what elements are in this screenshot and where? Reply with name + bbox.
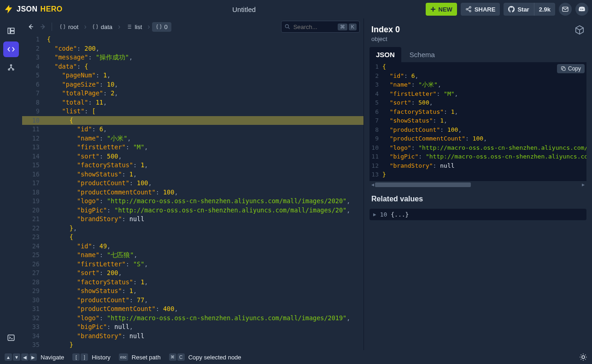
star-count: 2.9k — [534, 6, 555, 13]
breadcrumb-list[interactable]: list — [122, 22, 146, 32]
header-actions: NEW SHARE Star 2.9k — [426, 3, 588, 16]
terminal-icon — [7, 334, 15, 342]
svg-point-7 — [11, 65, 12, 66]
main-body: root›data›list›0 ⌘K 1{2 "code": 200,3 "m… — [0, 18, 592, 350]
key-right-icon: ▶ — [29, 353, 37, 361]
breadcrumb-root[interactable]: root — [56, 22, 82, 32]
theme-toggle-button[interactable] — [579, 353, 587, 361]
new-label: NEW — [439, 6, 452, 13]
search-shortcut: ⌘K — [338, 23, 357, 30]
key-down-icon: ▼ — [13, 353, 20, 361]
footer-navigate: ▲ ▼ ◀ ▶ Navigate — [5, 353, 64, 361]
email-button[interactable] — [559, 3, 572, 16]
svg-point-11 — [285, 24, 288, 28]
nav-forward-button[interactable] — [39, 22, 48, 31]
panel-tabs: JSON Schema — [364, 47, 592, 62]
right-panel: Index 0 object JSON Schema Copy 1{2 "id"… — [363, 18, 592, 350]
breadcrumb-0[interactable]: 0 — [152, 22, 171, 32]
logo-json: JSON — [17, 5, 38, 13]
cube-icon — [574, 25, 585, 35]
logo-icon — [4, 4, 14, 14]
copy-icon — [561, 66, 566, 71]
related-value-row[interactable]: ▶ 10 {...} — [369, 209, 586, 220]
footer: ▲ ▼ ◀ ▶ Navigate [ ] History esc Reset p… — [0, 350, 592, 364]
svg-point-8 — [8, 69, 10, 70]
search-input[interactable] — [293, 23, 335, 30]
panel-header: Index 0 object — [364, 18, 592, 47]
related-preview: {...} — [391, 211, 409, 218]
footer-history-label: History — [92, 354, 110, 361]
tree-icon — [7, 64, 15, 72]
footer-copy: ⌘ C Copy selected node — [169, 353, 241, 361]
svg-point-0 — [469, 6, 471, 8]
key-cmd-icon: ⌘ — [169, 353, 176, 361]
discord-button[interactable] — [575, 3, 588, 16]
share-label: SHARE — [475, 6, 496, 13]
toolbar: root›data›list›0 ⌘K — [22, 18, 363, 35]
footer-copy-label: Copy selected node — [188, 354, 241, 361]
new-button[interactable]: NEW — [426, 3, 457, 16]
breadcrumb-data[interactable]: data — [88, 22, 116, 32]
app-header: JSONHERO Untitled NEW SHARE Star 2.9k — [0, 0, 592, 18]
app-logo[interactable]: JSONHERO — [4, 4, 63, 14]
share-icon — [465, 6, 472, 12]
svg-point-2 — [469, 10, 471, 12]
search-box[interactable]: ⌘K — [281, 21, 360, 33]
share-button[interactable]: SHARE — [461, 3, 500, 16]
chevron-right-icon: ▶ — [373, 211, 376, 217]
key-bracket-right-icon: ] — [81, 353, 88, 361]
breadcrumbs: root›data›list›0 — [56, 22, 171, 32]
tab-json[interactable]: JSON — [369, 47, 401, 62]
logo-hero: HERO — [41, 5, 63, 13]
svg-rect-5 — [11, 28, 14, 30]
related-values-header: Related values — [364, 188, 592, 206]
footer-navigate-label: Navigate — [41, 354, 64, 361]
svg-point-9 — [12, 69, 14, 70]
svg-rect-12 — [563, 68, 565, 70]
footer-reset: esc Reset path — [119, 353, 161, 361]
arrow-left-icon — [26, 22, 35, 31]
svg-rect-6 — [11, 31, 14, 34]
svg-point-1 — [466, 8, 468, 10]
panel-json[interactable]: Copy 1{2 "id": 6,3 "name": "小米",4 "first… — [369, 62, 586, 188]
tree-view-button[interactable] — [3, 60, 19, 76]
footer-history: [ ] History — [72, 353, 110, 361]
json-view-button[interactable] — [3, 41, 19, 57]
svg-rect-4 — [8, 28, 10, 34]
footer-reset-label: Reset path — [132, 354, 161, 361]
discord-icon — [578, 6, 586, 13]
github-star-button[interactable]: Star 2.9k — [504, 3, 555, 16]
panel-title: Index 0 — [371, 25, 574, 35]
left-rail — [0, 18, 22, 350]
columns-icon — [7, 27, 15, 35]
json-editor[interactable]: 1{2 "code": 200,3 "message": "操作成功",4 "d… — [22, 35, 363, 350]
sun-icon — [579, 353, 587, 361]
key-c-icon: C — [177, 353, 185, 361]
key-left-icon: ◀ — [21, 353, 29, 361]
main-column: root›data›list›0 ⌘K 1{2 "code": 200,3 "m… — [22, 18, 363, 350]
related-title: Related values — [371, 195, 585, 203]
mail-icon — [562, 6, 569, 13]
related-count: 10 — [380, 211, 387, 218]
search-icon — [284, 23, 291, 30]
svg-rect-10 — [8, 335, 14, 341]
nav-back-button[interactable] — [26, 22, 35, 31]
columns-view-button[interactable] — [3, 23, 19, 39]
panel-subtitle: object — [371, 35, 574, 42]
panel-scrollbar[interactable]: ◀ ▶ — [369, 181, 586, 188]
tab-schema[interactable]: Schema — [403, 47, 441, 62]
arrow-right-icon — [39, 22, 48, 31]
copy-label: Copy — [568, 65, 581, 72]
key-esc-icon: esc — [119, 353, 128, 361]
copy-button[interactable]: Copy — [557, 64, 585, 73]
svg-point-13 — [582, 356, 585, 358]
code-icon — [7, 45, 15, 53]
github-icon — [508, 6, 515, 12]
key-up-icon: ▲ — [5, 353, 12, 361]
star-label: Star — [517, 6, 529, 13]
key-bracket-left-icon: [ — [72, 353, 80, 361]
document-title[interactable]: Untitled — [63, 6, 426, 13]
console-button[interactable] — [3, 330, 19, 346]
plus-icon — [430, 6, 436, 12]
